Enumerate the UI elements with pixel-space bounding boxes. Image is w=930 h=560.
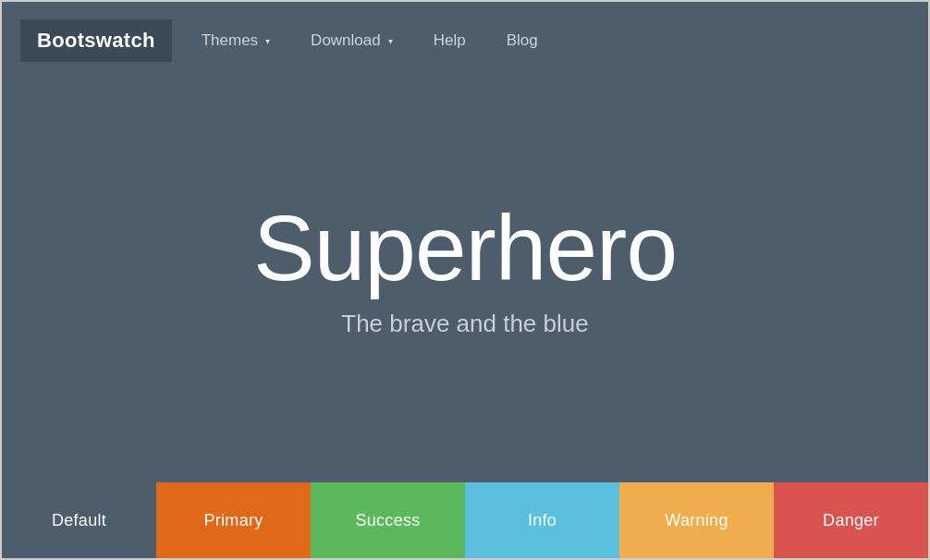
nav-item-help[interactable]: Help	[413, 22, 486, 59]
button-danger[interactable]: Danger	[774, 482, 928, 558]
nav-item-themes[interactable]: Themes ▾	[181, 22, 290, 59]
nav-label-themes: Themes	[202, 31, 258, 50]
hero-section: Superhero The brave and the blue	[2, 79, 928, 482]
button-default[interactable]: Default	[2, 482, 156, 558]
button-primary[interactable]: Primary	[156, 482, 311, 558]
button-success[interactable]: Success	[311, 482, 465, 558]
button-row: Default Primary Success Info Warning Dan…	[2, 482, 928, 558]
nav-item-blog[interactable]: Blog	[486, 22, 558, 59]
hero-title: Superhero	[253, 197, 677, 298]
hero-subtitle: The brave and the blue	[341, 310, 588, 338]
nav-label-help: Help	[434, 31, 466, 50]
nav-item-download[interactable]: Download ▾	[290, 22, 413, 59]
app-container: Bootswatch Themes ▾ Download ▾ Help Blog…	[0, 0, 930, 560]
button-warning[interactable]: Warning	[619, 482, 774, 558]
nav-menu: Themes ▾ Download ▾ Help Blog	[181, 22, 558, 59]
navbar-brand[interactable]: Bootswatch	[20, 19, 172, 62]
navbar: Bootswatch Themes ▾ Download ▾ Help Blog	[2, 2, 928, 79]
chevron-down-icon: ▾	[265, 36, 270, 46]
nav-label-download: Download	[311, 31, 381, 50]
nav-label-blog: Blog	[507, 31, 538, 50]
button-info[interactable]: Info	[465, 482, 619, 558]
chevron-down-icon: ▾	[388, 36, 393, 46]
